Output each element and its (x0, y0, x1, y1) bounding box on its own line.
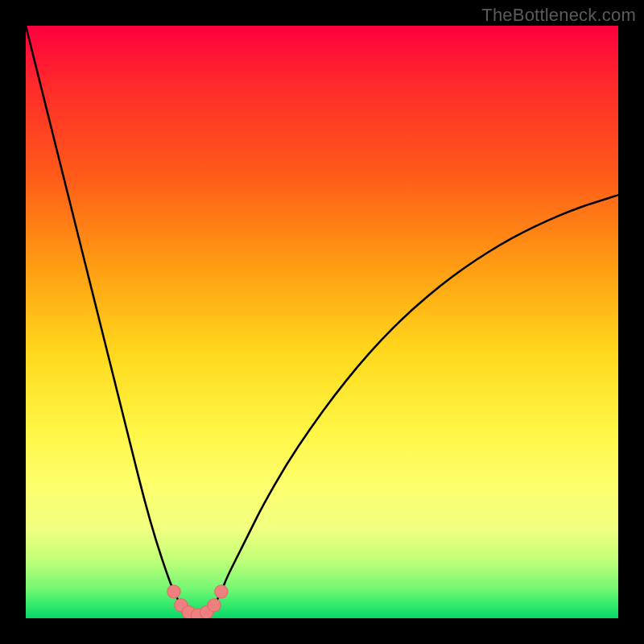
watermark-text: TheBottleneck.com (481, 5, 636, 26)
marker-dot (167, 585, 180, 598)
plot-area (26, 26, 618, 618)
bottleneck-markers (167, 585, 228, 618)
bottleneck-curve (26, 26, 618, 615)
marker-dot (208, 599, 221, 612)
marker-dot (215, 585, 228, 598)
chart-frame: TheBottleneck.com (0, 0, 644, 644)
bottleneck-chart-svg (26, 26, 618, 618)
